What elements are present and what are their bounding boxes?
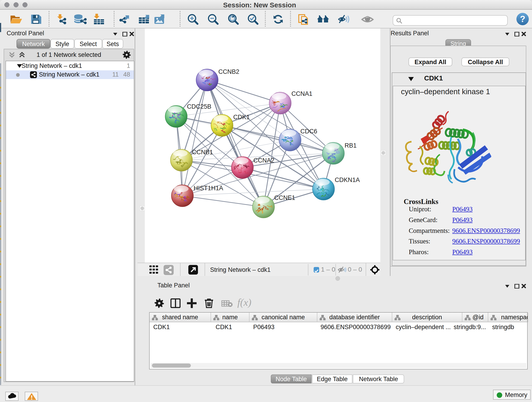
svg-text:CDC6: CDC6 xyxy=(300,128,317,135)
svg-text:CCNE1: CCNE1 xyxy=(274,194,295,201)
svg-text:CCNB2: CCNB2 xyxy=(218,68,239,75)
svg-text:CCNA1: CCNA1 xyxy=(291,90,312,97)
svg-text:HIST1H1A: HIST1H1A xyxy=(194,185,223,191)
svg-text:RB1: RB1 xyxy=(345,142,357,149)
svg-text:CDKN1A: CDKN1A xyxy=(335,177,360,183)
svg-text:CDC25B: CDC25B xyxy=(187,103,211,110)
svg-text:CCNB1: CCNB1 xyxy=(192,149,213,156)
svg-text:CCNA2: CCNA2 xyxy=(253,157,274,164)
svg-text:CDK1: CDK1 xyxy=(233,114,250,121)
